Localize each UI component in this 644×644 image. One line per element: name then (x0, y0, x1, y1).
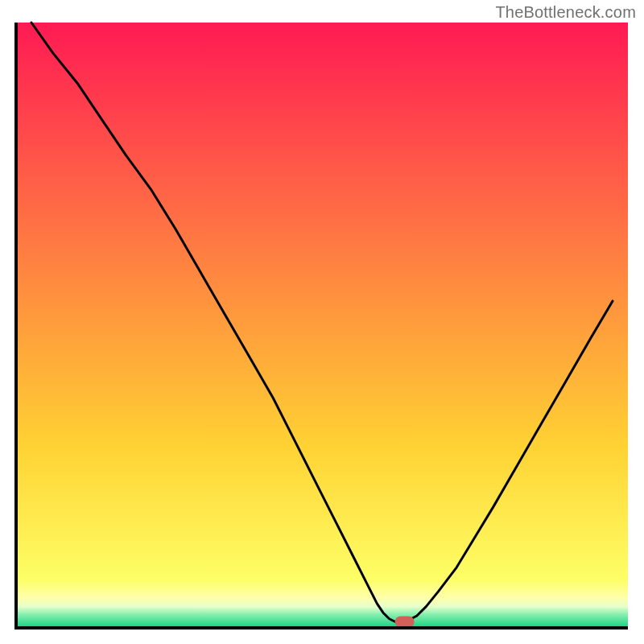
watermark-text: TheBottleneck.com (495, 3, 636, 22)
bottleneck-chart: TheBottleneck.com (0, 0, 644, 644)
optimum-marker (395, 616, 415, 627)
chart-svg (0, 0, 644, 644)
plot-background (16, 23, 628, 628)
